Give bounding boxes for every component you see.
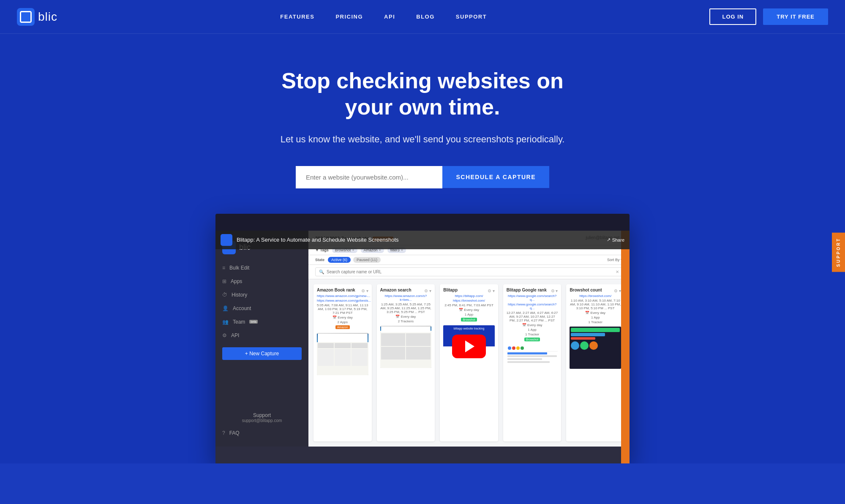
website-input[interactable] (296, 166, 442, 188)
thumb-items2 (318, 349, 368, 366)
card-frequency: 📅 Every day (507, 323, 558, 327)
nav-pricing[interactable]: PRICING (335, 14, 363, 20)
clear-search-icon[interactable]: ✕ (616, 270, 619, 274)
play-button[interactable] (452, 335, 486, 358)
frequency-icon: 📅 (585, 311, 589, 315)
thumb-bar2 (571, 333, 605, 336)
sidebar-support-email: support@blitapp.com (222, 418, 302, 423)
sidebar-support: Support support@blitapp.com (215, 409, 308, 426)
sidebar-bulk-edit-label: Bulk Edit (229, 265, 249, 271)
card-url1: https://blitapp.com/ (443, 294, 495, 298)
state-label: State (315, 258, 324, 262)
capture-card-blitapp-google[interactable]: Blitapp Google rank ⚙ ▾ https://www.goog… (503, 284, 562, 441)
sidebar-item-bulk-edit[interactable]: ≡ Bulk Edit (215, 261, 308, 275)
navbar: blic FEATURES PRICING API BLOG SUPPORT L… (0, 0, 845, 34)
card-times: 2:45 PM, 6:41 PM, 7:03 AM PST (443, 303, 495, 307)
play-button-overlay[interactable] (452, 335, 486, 358)
capture-card-browshot[interactable]: Browshot count ⚙ ▾ https://browshot.com/… (566, 284, 624, 441)
card-url1: https://www.amazon.com/gp/new-... (317, 294, 368, 298)
card-times: 1:25 AM, 3:25 AM, 5:25 AM, 7:25 AM, 9:25… (380, 302, 432, 314)
search-icon: 🔍 (319, 270, 324, 274)
card-times: 5:05 AM, 7:08 AM, 9:11 AM, 11:13 AM, 1:0… (317, 303, 368, 315)
card-apps: 2 Apps (317, 320, 368, 324)
hero-title: Stop checking websites on your own time. (264, 68, 581, 120)
frequency-label: Every day (464, 308, 479, 312)
new-capture-button[interactable]: + New Capture (222, 347, 302, 360)
team-icon: 👥 (222, 319, 229, 325)
login-button[interactable]: LOG IN (709, 8, 756, 25)
card-menu-icon[interactable]: ⚙ ▾ (614, 289, 621, 293)
app-sidebar: blic ≡ Bulk Edit ⊞ Apps ⏱ History (215, 231, 308, 447)
thumb-circles (571, 341, 620, 350)
apps-icon: ⊞ (222, 278, 226, 284)
sidebar-item-apps[interactable]: ⊞ Apps (215, 275, 308, 288)
frequency-label: Every day (591, 311, 606, 315)
video-share-button[interactable]: ↗ Share (607, 237, 624, 242)
sidebar-item-api[interactable]: ⚙ API (215, 329, 308, 342)
app-main: 3894/10000 Screenshots UPGRADE julien@bl… (308, 231, 630, 447)
card-apps: 1 App (570, 316, 621, 319)
card-menu-icon[interactable]: ⚙ ▾ (361, 289, 368, 293)
video-frame: Blitapp: A Service to Automate and Sched… (215, 231, 630, 463)
thumb-bar3 (571, 337, 595, 340)
capture-card-amazon-book[interactable]: Amazon Book rank ⚙ ▾ https://www.amazon.… (313, 284, 372, 441)
sort-by[interactable]: Sort By ▾ (607, 258, 623, 262)
frequency-icon: 📅 (522, 323, 526, 327)
nav-api[interactable]: API (384, 14, 395, 20)
search-input[interactable] (327, 270, 613, 274)
play-triangle-icon (465, 341, 474, 352)
thumb-header (507, 345, 558, 351)
card-title: Browshot count (570, 288, 602, 292)
card-title: Blitapp Google rank (507, 288, 547, 292)
frequency-icon: 📅 (395, 315, 400, 319)
thumb-text: blitapp website tracking (443, 325, 495, 332)
card-tag: Amazon (335, 325, 350, 329)
sidebar-apps-label: Apps (231, 278, 242, 284)
card-url2: https://browshot.com/ (443, 299, 495, 302)
sidebar-faq-label: FAQ (229, 430, 240, 436)
sidebar-item-faq[interactable]: ? FAQ (215, 426, 308, 440)
capture-card-blitapp[interactable]: Blitapp ⚙ ▾ https://blitapp.com/ https:/… (440, 284, 498, 441)
thumb-header (381, 327, 431, 332)
search-bar[interactable]: 🔍 ✕ (315, 267, 623, 276)
card-frequency: 📅 Every day (570, 311, 621, 315)
frequency-icon: 📅 (333, 316, 337, 319)
share-icon: ↗ (607, 237, 611, 242)
side-support-button[interactable]: SUPPORT (832, 232, 845, 272)
video-logo-icon (221, 234, 232, 246)
history-icon: ⏱ (222, 292, 227, 298)
video-orange-stripe (621, 231, 630, 463)
thumb-bar (318, 334, 368, 342)
thumb-inner (570, 327, 621, 351)
state-active-btn[interactable]: Active (6) (328, 257, 351, 263)
sidebar-item-history[interactable]: ⏱ History (215, 288, 308, 302)
sidebar-item-account[interactable]: 👤 Account (215, 302, 308, 315)
nav-links: FEATURES PRICING API BLOG SUPPORT (280, 14, 487, 20)
sidebar-account-label: Account (233, 305, 251, 311)
card-trackers: 2 Trackers (380, 319, 432, 323)
card-title: Amazon Book rank (317, 288, 355, 292)
card-thumbnail (507, 345, 558, 387)
try-free-button[interactable]: TRY IT FREE (763, 8, 828, 25)
nav-support[interactable]: SUPPORT (456, 14, 487, 20)
card-menu-icon[interactable]: ⚙ ▾ (424, 289, 431, 293)
card-apps: 1 App (443, 313, 495, 316)
card-url2: https://www.amazon.com/gp/bests... (317, 299, 368, 302)
sort-label: Sort By (607, 258, 620, 262)
card-menu-icon[interactable]: ⚙ ▾ (488, 289, 495, 293)
app-screenshot: blic ≡ Bulk Edit ⊞ Apps ⏱ History (215, 231, 630, 447)
schedule-capture-button[interactable]: SCHEDULE A CAPTURE (442, 166, 549, 188)
thumb-bg (380, 327, 432, 368)
share-label: Share (612, 237, 624, 242)
state-paused-btn[interactable]: Paused (11) (353, 257, 381, 263)
brand-logo[interactable]: blic (17, 8, 57, 26)
capture-card-amazon-search[interactable]: Amazon search ⚙ ▾ https://www.amazon.com… (377, 284, 435, 441)
card-times: 1:10 AM, 3:10 AM, 5:10 AM, 7:10 AM, 9:10… (570, 299, 621, 310)
api-icon: ⚙ (222, 332, 227, 338)
nav-features[interactable]: FEATURES (280, 14, 314, 20)
sidebar-item-team[interactable]: 👥 Team beta (215, 315, 308, 329)
state-filters-bar: State Active (6) Paused (11) Sort By ▾ (308, 255, 630, 265)
card-frequency: 📅 Every day (317, 316, 368, 319)
nav-blog[interactable]: BLOG (416, 14, 435, 20)
card-menu-icon[interactable]: ⚙ ▾ (551, 289, 558, 293)
